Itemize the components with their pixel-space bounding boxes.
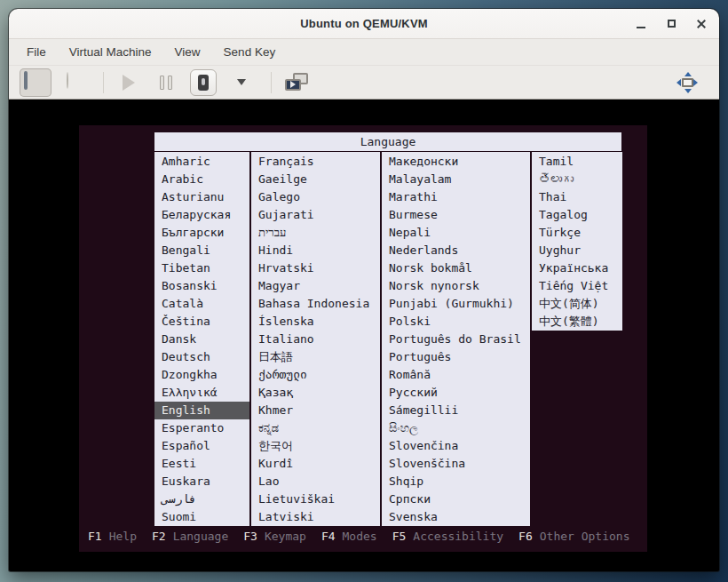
language-option[interactable]: Esperanto <box>154 419 249 437</box>
shutdown-menu-button[interactable] <box>225 68 257 97</box>
language-option[interactable]: Burmese <box>382 206 530 224</box>
minimize-button[interactable] <box>630 13 652 35</box>
language-option[interactable]: తెలుగు <box>532 171 622 188</box>
language-option[interactable]: Türkçe <box>532 224 622 242</box>
language-option[interactable]: 中文(繁體) <box>532 313 622 331</box>
language-option[interactable]: Shqip <box>382 473 530 490</box>
language-option[interactable]: Hrvatski <box>251 259 380 277</box>
language-option[interactable]: Македонски <box>382 153 530 171</box>
show-console-button[interactable] <box>20 68 51 97</box>
language-option[interactable]: Nepali <box>382 224 530 242</box>
close-button[interactable] <box>691 13 712 35</box>
menu-item[interactable]: File <box>27 45 46 59</box>
language-option[interactable]: Norsk bokmål <box>382 259 530 277</box>
language-option[interactable]: Khmer <box>251 402 380 419</box>
language-option[interactable]: Português do Brasil <box>382 331 530 348</box>
language-option[interactable]: Bosanski <box>154 277 249 295</box>
language-option[interactable]: Български <box>154 224 249 242</box>
language-option[interactable]: Беларуская <box>154 206 249 224</box>
language-option[interactable]: Galego <box>251 188 380 206</box>
language-option[interactable]: Dansk <box>154 331 249 348</box>
language-option[interactable]: Српски <box>382 490 530 508</box>
language-option[interactable]: Català <box>154 295 249 313</box>
language-option[interactable]: 日本語 <box>251 348 380 366</box>
language-option[interactable]: 한국어 <box>251 437 380 455</box>
fkey-item[interactable]: F2 Language <box>152 530 228 543</box>
language-option[interactable]: Punjabi (Gurmukhi) <box>382 295 530 313</box>
language-option[interactable]: Русский <box>382 384 530 402</box>
language-option[interactable]: Euskara <box>154 473 249 490</box>
language-option[interactable]: සිංහල <box>382 419 530 437</box>
fkey-item[interactable]: F3 Keymap <box>243 530 306 543</box>
run-button[interactable] <box>113 68 145 97</box>
language-option[interactable]: Tibetan <box>154 259 249 277</box>
language-option[interactable]: Íslenska <box>251 313 380 331</box>
language-option[interactable]: Norsk nynorsk <box>382 277 530 295</box>
language-option[interactable]: Español <box>154 437 249 455</box>
language-option[interactable]: Suomi <box>154 508 249 526</box>
language-option[interactable]: Tiếng Việt <box>532 277 622 295</box>
language-option[interactable]: Italiano <box>251 331 380 348</box>
fkey-item[interactable]: F5 Accessibility <box>392 530 503 543</box>
language-option[interactable]: Nederlands <box>382 242 530 259</box>
language-option[interactable]: Kurdî <box>251 455 380 473</box>
language-option[interactable]: Tagalog <box>532 206 622 224</box>
language-option[interactable]: English <box>154 402 249 419</box>
language-option[interactable]: Čeština <box>154 313 249 331</box>
language-option[interactable]: Gaeilge <box>251 171 380 188</box>
fkey-item[interactable]: F6 Other Options <box>518 530 629 543</box>
language-option[interactable]: Deutsch <box>154 348 249 366</box>
language-option[interactable]: ქართული <box>251 366 380 384</box>
toolbar-separator <box>271 72 272 93</box>
language-option[interactable]: فارسی <box>154 490 249 508</box>
language-option[interactable]: Bengali <box>154 242 249 259</box>
language-option[interactable]: Қазақ <box>251 384 380 402</box>
maximize-button[interactable] <box>661 13 682 35</box>
language-option[interactable]: Français <box>251 153 380 171</box>
language-option[interactable]: Dzongkha <box>154 366 249 384</box>
language-option[interactable]: Slovenčina <box>382 437 530 455</box>
menu-item[interactable]: Send Key <box>224 45 276 59</box>
language-option[interactable]: Uyghur <box>532 242 622 259</box>
language-option[interactable]: Sámegillii <box>382 402 530 419</box>
language-option[interactable]: Slovenščina <box>382 455 530 473</box>
language-option[interactable]: Asturianu <box>154 188 249 206</box>
fkey-item[interactable]: F4 Modes <box>321 530 377 543</box>
language-option[interactable]: Bahasa Indonesia <box>251 295 380 313</box>
titlebar[interactable]: Ubuntu on QEMU/KVM <box>9 9 719 39</box>
pause-button[interactable] <box>150 68 182 97</box>
snapshots-button[interactable] <box>281 68 313 97</box>
menu-item[interactable]: View <box>175 45 201 59</box>
language-option[interactable]: Gujarati <box>251 206 380 224</box>
fkey-key: F5 <box>392 530 407 543</box>
lightbulb-details-icon <box>67 73 80 92</box>
show-hardware-details-button[interactable] <box>57 68 89 97</box>
language-option[interactable]: Marathi <box>382 188 530 206</box>
language-option[interactable]: Latviski <box>251 508 380 526</box>
language-option[interactable]: Română <box>382 366 530 384</box>
language-option[interactable]: Hindi <box>251 242 380 259</box>
language-option[interactable]: Thai <box>532 188 622 206</box>
shutdown-button[interactable] <box>187 68 219 97</box>
language-option[interactable]: Malayalam <box>382 171 530 188</box>
language-option[interactable]: Ελληνικά <box>154 384 249 402</box>
language-option[interactable]: Eesti <box>154 455 249 473</box>
language-option[interactable]: Tamil <box>532 153 622 171</box>
language-option[interactable]: Amharic <box>154 153 249 171</box>
menu-item[interactable]: Virtual Machine <box>69 45 152 59</box>
language-option[interactable]: Magyar <box>251 277 380 295</box>
fkey-item[interactable]: F1 Help <box>88 530 137 543</box>
fullscreen-button[interactable] <box>671 68 703 97</box>
language-option[interactable]: Українська <box>532 259 622 277</box>
language-option[interactable]: Lietuviškai <box>251 490 380 508</box>
shutdown-icon <box>190 69 217 96</box>
language-option[interactable]: Português <box>382 348 530 366</box>
language-option[interactable]: עברית <box>251 224 380 242</box>
vm-guest-screen[interactable]: Language AmharicArabicAsturianuБеларуска… <box>79 125 647 552</box>
language-option[interactable]: ಕನ್ನಡ <box>251 419 380 437</box>
language-option[interactable]: Polski <box>382 313 530 331</box>
language-option[interactable]: Svenska <box>382 508 530 526</box>
language-option[interactable]: Arabic <box>154 171 249 188</box>
language-option[interactable]: Lao <box>251 473 380 490</box>
language-option[interactable]: 中文(简体) <box>532 295 622 313</box>
